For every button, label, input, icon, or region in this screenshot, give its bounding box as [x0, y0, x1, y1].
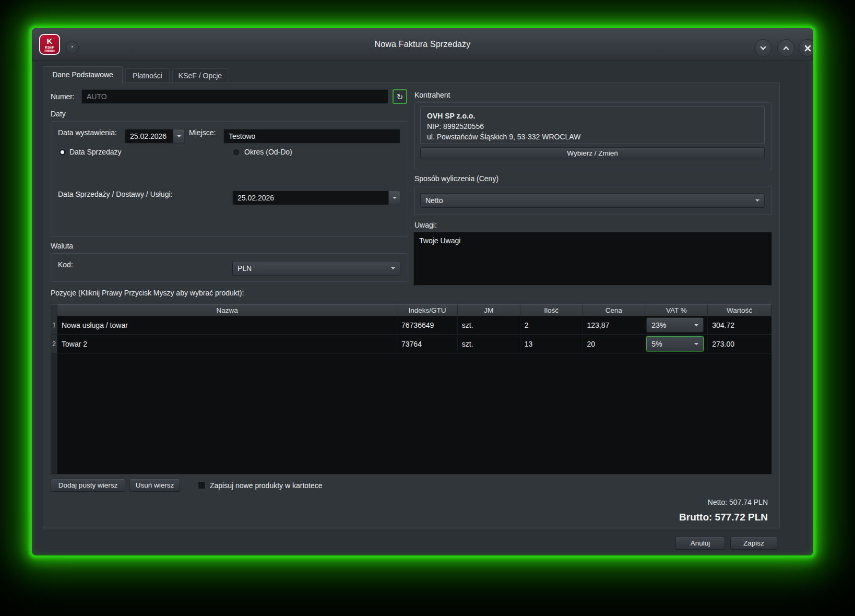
window-title: Nowa Faktura Sprzedaży: [32, 28, 813, 61]
tab-ksef-opcje[interactable]: KSeF / Opcje: [172, 68, 228, 82]
radio-data-sprzedazy[interactable]: [58, 148, 66, 156]
cell-vat: 23%: [645, 316, 708, 334]
vat-select[interactable]: 23%: [646, 317, 704, 333]
row-number[interactable]: 2: [51, 335, 57, 353]
window-menu-button[interactable]: [65, 41, 79, 54]
tab-label: KSeF / Opcje: [179, 72, 222, 80]
sposob-selected-value: Netto: [425, 196, 443, 205]
uwagi-label: Uwagi:: [414, 221, 437, 229]
miejsce-input[interactable]: [223, 129, 400, 144]
tab-label: Płatności: [133, 72, 162, 80]
row-number-header: [51, 304, 57, 316]
chevron-down-icon[interactable]: [388, 191, 400, 205]
cell-cena[interactable]: 20: [583, 335, 646, 353]
cell-nazwa[interactable]: Towar 2: [57, 335, 397, 353]
waluta-selected-value: PLN: [238, 264, 252, 273]
save-products-checkbox[interactable]: [198, 481, 206, 489]
sposob-group-label: Sposób wyliczenia (Ceny): [414, 174, 498, 183]
pozycje-table: Nazwa Indeks/GTU JM Ilość Cena VAT % War…: [51, 304, 772, 475]
cell-wartosc[interactable]: 273.00: [708, 335, 771, 353]
cell-wartosc[interactable]: 304.72: [708, 316, 771, 334]
numer-input[interactable]: [81, 89, 388, 104]
table-header-row: Nazwa Indeks/GTU JM Ilość Cena VAT % War…: [51, 304, 771, 316]
wybierz-zmien-button[interactable]: Wybierz / Zmień: [420, 147, 765, 159]
chevron-down-icon: [694, 324, 698, 328]
row-number[interactable]: 1: [51, 316, 57, 334]
radio-okres-od-do[interactable]: [232, 148, 240, 156]
chevron-down-icon[interactable]: [173, 129, 184, 143]
cell-jm[interactable]: szt.: [458, 335, 520, 353]
cancel-button[interactable]: Anuluj: [675, 537, 725, 550]
tab-label: Dane Podstawowe: [52, 70, 113, 79]
cell-ilosc[interactable]: 13: [520, 335, 583, 353]
remove-row-button[interactable]: Usuń wiersz: [129, 479, 180, 492]
column-header-nazwa[interactable]: Nazwa: [57, 304, 397, 316]
data-wystawienia-datepicker[interactable]: 25.02.2026: [125, 129, 185, 144]
chevron-up-icon: [782, 44, 790, 52]
close-icon: [804, 44, 812, 52]
table-row: 2 Towar 2 73764 szt. 13 20 5% 273.00: [51, 335, 771, 353]
chevron-down-icon: [759, 44, 767, 52]
data-sprzedazy-label: Data Sprzedaży / Dostawy / Usługi:: [58, 190, 172, 198]
column-header-jm[interactable]: JM: [458, 304, 520, 316]
column-header-vat[interactable]: VAT %: [645, 304, 708, 316]
column-header-ilosc[interactable]: Ilość: [520, 304, 583, 316]
chevron-down-icon: [755, 199, 759, 204]
cell-vat: 5%: [645, 335, 708, 353]
data-sprzedazy-datepicker[interactable]: 25.02.2026: [232, 191, 400, 205]
add-row-button[interactable]: Dodaj pusty wiersz: [51, 479, 125, 492]
table-empty-area[interactable]: [51, 353, 771, 474]
cell-cena[interactable]: 123,87: [583, 316, 646, 334]
radio-okres-od-do-label: Okres (Od-Do): [244, 148, 292, 156]
refresh-icon: ↻: [397, 93, 403, 101]
app-icon-line1: KSeF: [45, 45, 54, 49]
data-sprzedazy-value: 25.02.2026: [233, 194, 279, 202]
netto-total: Netto: 507.74 PLN: [708, 498, 768, 506]
cell-indeks[interactable]: 76736649: [397, 316, 458, 334]
kontrahent-address: ul. Powstańców Śląskich 9, 53-332 WROCLA…: [427, 132, 758, 142]
vat-select[interactable]: 5%: [646, 336, 704, 351]
invoice-window: Nowa Faktura Sprzedaży K KSeF Polska Dan…: [30, 26, 815, 558]
waluta-select[interactable]: PLN: [232, 261, 400, 276]
cell-ilosc[interactable]: 2: [520, 316, 583, 334]
kontrahent-nip: NIP: 8992520556: [427, 121, 758, 132]
vat-selected-value: 23%: [651, 321, 666, 329]
vat-selected-value: 5%: [651, 340, 662, 348]
save-products-checkbox-label: Zapisuj nowe produkty w kartotece: [210, 481, 323, 490]
numer-refresh-button[interactable]: ↻: [393, 89, 407, 104]
maximize-button[interactable]: [777, 39, 795, 57]
app-icon-line2: Polska: [44, 50, 54, 52]
waluta-group-label: Waluta: [51, 242, 73, 250]
sposob-select[interactable]: Netto: [420, 193, 765, 208]
ksef-app-icon: K KSeF Polska: [39, 34, 60, 55]
cell-nazwa[interactable]: Nowa usługa / towar: [57, 316, 397, 334]
radio-data-sprzedazy-label: Data Sprzedaży: [69, 148, 122, 156]
chevron-down-icon: [694, 343, 698, 347]
titlebar: Nowa Faktura Sprzedaży: [32, 28, 813, 61]
data-wystawienia-value: 25.02.2026: [125, 132, 171, 140]
cell-jm[interactable]: szt.: [458, 316, 520, 334]
save-button[interactable]: Zapisz: [730, 537, 777, 550]
chevron-down-icon: [391, 267, 395, 271]
table-row: 1 Nowa usługa / towar 76736649 szt. 2 12…: [51, 316, 771, 335]
app-icon-letter: K: [47, 37, 53, 45]
kontrahent-info-box: OVH SP z.o.o. NIP: 8992520556 ul. Powsta…: [420, 106, 765, 144]
kontrahent-name: OVH SP z.o.o.: [427, 111, 758, 121]
row-header-gutter: [51, 353, 57, 474]
uwagi-textarea[interactable]: Twoje Uwagi: [413, 232, 772, 286]
close-button[interactable]: [799, 39, 815, 57]
daty-group-label: Daty: [51, 110, 66, 118]
pozycje-label: Pozycje (Kliknij Prawy Przycisk Myszy ab…: [51, 289, 244, 297]
tab-dane-podstawowe[interactable]: Dane Podstawowe: [43, 66, 123, 82]
data-wystawienia-label: Data wystawienia:: [58, 128, 117, 137]
numer-label: Numer:: [51, 92, 75, 101]
brutto-total: Brutto: 577.72 PLN: [679, 512, 768, 523]
tab-platnosci[interactable]: Płatności: [125, 68, 170, 82]
column-header-cena[interactable]: Cena: [583, 304, 646, 316]
kod-label: Kod:: [58, 260, 73, 269]
cell-indeks[interactable]: 73764: [397, 335, 458, 353]
kontrahent-group-label: Kontrahent: [414, 91, 450, 99]
minimize-button[interactable]: [754, 39, 772, 57]
column-header-wartosc[interactable]: Wartość: [708, 304, 771, 316]
column-header-indeks[interactable]: Indeks/GTU: [397, 304, 458, 316]
